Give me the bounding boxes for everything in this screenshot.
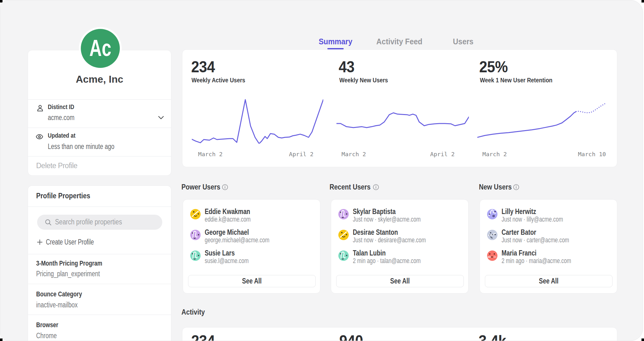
user-list-item[interactable]: Desirae Stanton Just now · desirare@acme…	[338, 228, 461, 245]
user-avatar	[190, 209, 201, 219]
user-name: George Michael	[205, 228, 249, 237]
user-avatar	[338, 230, 349, 240]
x-axis-label: March 10	[578, 151, 606, 157]
stat-value: 234	[191, 333, 215, 341]
user-name: Carter Bator	[502, 228, 536, 237]
see-all-label: See All	[539, 277, 558, 285]
user-list-item[interactable]: Eddie Kwakman eddie.k@acme.com	[190, 207, 313, 224]
user-email: susie.l@acme.com	[205, 257, 249, 265]
screen-corner	[0, 338, 3, 341]
page: Ac Acme, Inc Distinct ID acme.com	[0, 0, 643, 341]
avatar-face-icon	[487, 209, 497, 219]
weekly-new-users-chart	[336, 95, 469, 144]
divider	[28, 128, 171, 128]
tab-bar: Summary Activity Feed Users	[182, 37, 617, 47]
user-name: Susie Lars	[205, 249, 235, 257]
user-name: Skylar Baptista	[353, 207, 396, 216]
user-name: Desirae Stanton	[353, 228, 398, 237]
chevron-down-icon[interactable]	[158, 115, 164, 121]
create-user-profile-label: Create User Profile	[46, 238, 94, 246]
week1-retention-chart	[477, 95, 606, 144]
stat-value: 43	[339, 59, 354, 75]
company-avatar: Ac	[81, 29, 120, 68]
user-list-item[interactable]: Maria Franci 2 min ago · maria@acme.com	[487, 249, 610, 265]
updated-at-label: Updated at	[48, 132, 75, 139]
activity-title: Activity	[181, 308, 205, 316]
user-list-item[interactable]: Skylar Baptista Just now · skyler@acme.c…	[338, 207, 461, 224]
user-email: Just now · carter@acme.com	[502, 236, 569, 244]
see-all-button[interactable]: See All	[188, 275, 316, 287]
stat-label: Weekly New Users	[339, 77, 388, 84]
user-avatar	[338, 209, 349, 219]
user-email: 2 min ago · maria@acme.com	[502, 257, 571, 265]
user-list-item[interactable]: Talan Lubin 2 min ago · talan@acme.com	[338, 249, 461, 265]
user-email: eddie.k@acme.com	[205, 215, 251, 223]
search-profile-properties[interactable]	[37, 215, 162, 230]
stat-value: 3.4k	[479, 333, 506, 341]
divider	[28, 284, 171, 284]
search-input[interactable]	[55, 218, 146, 226]
company-avatar-initials: Ac	[89, 34, 111, 61]
tab-users[interactable]: Users	[453, 37, 473, 46]
tab-summary[interactable]: Summary	[319, 37, 352, 46]
avatar-face-icon	[190, 250, 201, 261]
property-value: inactive-mailbox	[36, 301, 78, 309]
delete-profile-button[interactable]: Delete Profile	[36, 162, 77, 170]
person-icon	[36, 105, 44, 112]
info-icon[interactable]	[373, 184, 379, 190]
recent-users-title: Recent Users	[330, 183, 370, 191]
new-users-section-header: New Users	[479, 183, 518, 192]
property-value: Pricing_plan_experiment	[36, 270, 100, 278]
divider	[28, 99, 171, 100]
avatar-face-icon	[338, 230, 349, 240]
user-email: george.michael@acme.com	[205, 236, 269, 244]
user-list-item[interactable]: Carter Bator Just now · carter@acme.com	[487, 228, 610, 245]
avatar-face-icon	[487, 230, 497, 240]
stat-value: 25%	[479, 59, 508, 75]
screen-corner	[641, 0, 644, 3]
app: Ac Acme, Inc Distinct ID acme.com	[0, 0, 644, 341]
user-list-item[interactable]: George Michael george.michael@acme.com	[190, 228, 313, 245]
updated-at-value: Less than one minute ago	[48, 142, 114, 151]
stat-label: Week 1 New User Retention	[480, 77, 552, 84]
info-icon[interactable]	[222, 184, 228, 190]
see-all-button[interactable]: See All	[485, 275, 613, 287]
x-axis-label: April 2	[289, 151, 314, 157]
create-user-profile-button[interactable]: Create User Profile	[37, 238, 108, 246]
tab-activity-feed[interactable]: Activity Feed	[376, 37, 422, 46]
see-all-label: See All	[242, 277, 262, 285]
user-list-item[interactable]: Susie Lars susie.l@acme.com	[190, 249, 313, 265]
plus-icon	[37, 239, 42, 245]
user-name: Lilly Herwitz	[502, 207, 536, 216]
distinct-id-value: acme.com	[48, 113, 75, 122]
search-icon	[45, 219, 52, 226]
user-email: Just now · lilly@acme.com	[502, 215, 563, 223]
stat-value: 940	[339, 333, 363, 341]
x-axis-label: March 2	[482, 151, 507, 157]
user-avatar	[338, 250, 349, 261]
divider	[28, 206, 171, 207]
user-avatar	[487, 230, 497, 240]
profile-properties-title: Profile Properties	[36, 191, 90, 200]
power-users-title: Power Users	[181, 183, 220, 191]
see-all-button[interactable]: See All	[336, 275, 464, 287]
stat-label: Weekly Active Users	[192, 77, 245, 84]
new-users-title: New Users	[479, 183, 512, 191]
user-list-item[interactable]: Lilly Herwitz Just now · lilly@acme.com	[487, 207, 610, 224]
user-name: Talan Lubin	[353, 249, 386, 257]
info-icon[interactable]	[513, 184, 519, 190]
summary-card: 234 Weekly Active Users 43 Weekly New Us…	[182, 49, 617, 167]
divider	[28, 254, 171, 254]
divider	[28, 156, 171, 157]
property-name: Bounce Category	[36, 290, 82, 298]
avatar-face-icon	[338, 209, 349, 219]
user-name: Eddie Kwakman	[205, 207, 250, 216]
avatar-face-icon	[338, 250, 349, 261]
user-email: Just now · skyler@acme.com	[353, 215, 421, 223]
avatar-face-icon	[190, 209, 201, 219]
screen-corner	[641, 338, 644, 341]
activity-card: 234 940 3.4k	[182, 327, 617, 341]
stat-value: 234	[191, 59, 215, 75]
power-users-section-header: Power Users	[181, 183, 227, 192]
user-avatar	[190, 250, 201, 261]
